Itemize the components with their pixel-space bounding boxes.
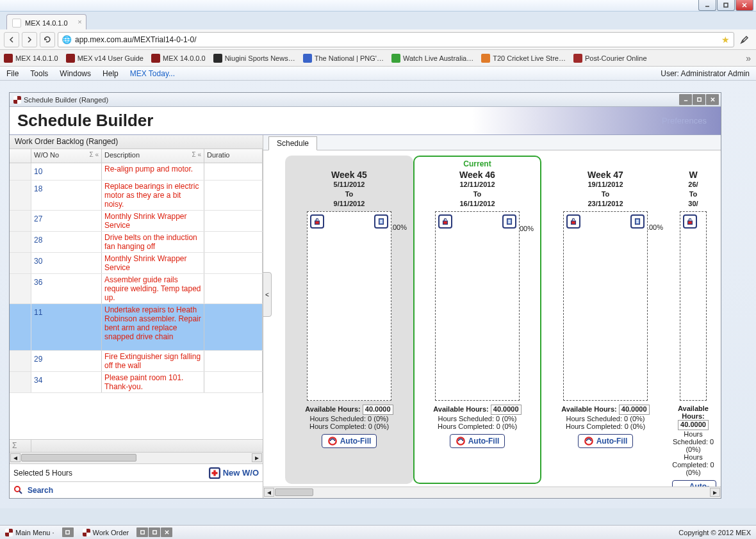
bookmarks-overflow-icon[interactable]: »: [746, 53, 751, 63]
table-row[interactable]: 28Drive belts on the induction fan hangi…: [10, 232, 263, 253]
notes-icon[interactable]: [374, 214, 388, 229]
notes-icon[interactable]: [502, 214, 516, 229]
menu-tools[interactable]: Tools: [30, 69, 48, 78]
unlock-icon[interactable]: [566, 214, 580, 229]
week-drop-area[interactable]: [307, 211, 391, 401]
bookmark-item[interactable]: Watch Live Australia…: [391, 54, 473, 63]
subwindow-titlebar[interactable]: Schedule Builder (Ranged): [10, 93, 721, 107]
taskbar-item-main-menu[interactable]: Main Menu ·: [5, 527, 74, 537]
table-row[interactable]: 29Fire Extinguisher sign falling off the…: [10, 351, 263, 372]
column-header-gutter[interactable]: [10, 149, 31, 163]
schedule-tabs: Schedule: [263, 135, 721, 150]
table-row[interactable]: 34Please paint room 101. Thank-you.: [10, 372, 263, 393]
panel-collapse-handle[interactable]: <: [263, 272, 272, 317]
menu-file[interactable]: File: [6, 69, 19, 78]
scroll-right-arrow[interactable]: ▸: [710, 488, 720, 497]
week-drop-area[interactable]: [680, 211, 707, 401]
column-sort-icon[interactable]: Σ «: [89, 151, 99, 158]
preferences-link[interactable]: Preferences: [662, 116, 707, 125]
address-text: app.mex.com.au/MEXTrial14-0-1-0/: [75, 35, 197, 44]
available-hours-input[interactable]: 40.0000: [363, 405, 393, 415]
taskbar-restore-button[interactable]: [136, 527, 148, 537]
settings-wrench-icon[interactable]: [737, 32, 752, 47]
column-sort-icon[interactable]: Σ «: [192, 151, 201, 158]
backlog-search-row[interactable]: Search: [10, 481, 263, 498]
column-header-wo-no[interactable]: W/O NoΣ «: [31, 149, 102, 163]
week-card[interactable]: W26/To30/Available Hours: 40.0000Hours S…: [670, 156, 717, 484]
menu-mex-today[interactable]: MEX Today...: [130, 69, 175, 78]
new-wo-button[interactable]: New W/O: [209, 467, 259, 479]
week-card[interactable]: Week 4719/11/2012To23/11/2012100%Availab…: [541, 156, 670, 484]
menu-windows[interactable]: Windows: [60, 69, 91, 78]
available-hours-input[interactable]: 40.0000: [678, 420, 709, 430]
taskbar-max-button[interactable]: [149, 527, 160, 537]
bookmark-item[interactable]: MEX 14.0.1.0: [4, 54, 58, 63]
week-card[interactable]: Week 455/11/2012To9/11/2012100%Available…: [285, 156, 413, 484]
table-row[interactable]: 11Undertake repairs to Heath Robinson as…: [10, 304, 263, 351]
forward-button[interactable]: [22, 32, 37, 47]
week-card[interactable]: CurrentWeek 4612/11/2012To16/11/2012100%…: [413, 156, 541, 484]
tab-close-icon[interactable]: ×: [78, 18, 81, 26]
back-button[interactable]: [4, 32, 19, 47]
week-drop-area[interactable]: [563, 211, 648, 401]
bookmark-item[interactable]: The National | PNG'…: [303, 54, 384, 63]
week-percent-label: 100%: [389, 223, 407, 231]
taskbar-item-work-order[interactable]: Work Order: [83, 527, 173, 537]
scroll-left-arrow[interactable]: ◂: [264, 488, 274, 497]
bookmark-item[interactable]: T20 Cricket Live Stre…: [481, 54, 566, 63]
week-nav-prev[interactable]: [267, 156, 285, 484]
site-icon: 🌐: [62, 35, 71, 44]
row-gutter: [10, 351, 31, 371]
available-hours-input[interactable]: 40.0000: [491, 405, 522, 415]
notes-icon[interactable]: [630, 214, 645, 229]
bookmark-item[interactable]: Niugini Sports News…: [213, 54, 295, 63]
scroll-thumb[interactable]: [275, 488, 313, 496]
taskbar-close-button[interactable]: [161, 527, 172, 537]
column-header-duration[interactable]: Duratio: [204, 149, 263, 163]
svg-rect-33: [66, 531, 69, 534]
table-row[interactable]: 10Re-align pump and motor.: [10, 163, 263, 181]
browser-tab[interactable]: MEX 14.0.1.0 ×: [6, 14, 86, 29]
address-bar[interactable]: 🌐 app.mex.com.au/MEXTrial14-0-1-0/ ★: [58, 32, 734, 47]
subwindow-close-button[interactable]: [706, 94, 719, 105]
tab-schedule[interactable]: Schedule: [268, 136, 317, 150]
schedule-horizontal-scrollbar[interactable]: ◂ ▸: [263, 487, 721, 498]
row-gutter: [10, 181, 31, 210]
scroll-right-arrow[interactable]: ▸: [252, 453, 262, 462]
column-header-description[interactable]: DescriptionΣ «: [102, 149, 204, 163]
backlog-horizontal-scrollbar[interactable]: ◂ ▸: [10, 452, 263, 463]
table-row[interactable]: 18Replace bearings in electric motor as …: [10, 181, 263, 211]
table-row[interactable]: 30Monthly Shrink Wrapper Service: [10, 253, 263, 274]
bookmark-star-icon[interactable]: ★: [721, 35, 730, 45]
os-minimize-button[interactable]: [698, 0, 716, 11]
page-header: Schedule Builder Preferences: [10, 107, 721, 135]
reload-button[interactable]: [40, 32, 55, 47]
subwindow-minimize-button[interactable]: [679, 94, 692, 105]
unlock-icon[interactable]: [683, 214, 697, 229]
auto-fill-button[interactable]: Auto-Fill: [450, 434, 505, 448]
scroll-left-arrow[interactable]: ◂: [10, 453, 21, 462]
current-user-label: User: Administrator Admin: [661, 69, 750, 78]
available-hours-row: Available Hours: 40.0000: [288, 405, 411, 415]
os-close-button[interactable]: [735, 0, 753, 11]
week-drop-area[interactable]: [435, 211, 520, 401]
bookmark-item[interactable]: Post-Courier Online: [573, 54, 647, 63]
wo-duration-cell: [204, 253, 263, 273]
taskbar-restore-button[interactable]: [62, 527, 74, 537]
subwindow-maximize-button[interactable]: [693, 94, 705, 105]
available-hours-input[interactable]: 40.0000: [619, 405, 650, 415]
unlock-icon[interactable]: [310, 214, 324, 229]
table-row[interactable]: 27Monthly Shrink Wrapper Service: [10, 211, 263, 232]
row-gutter: [10, 253, 31, 273]
bookmark-item[interactable]: MEX v14 User Guide: [66, 54, 144, 63]
auto-fill-button[interactable]: Auto-Fill: [578, 434, 634, 448]
taskbar-favicon: [83, 529, 90, 536]
menu-help[interactable]: Help: [103, 69, 119, 78]
os-maximize-button[interactable]: [717, 0, 735, 11]
scroll-thumb[interactable]: [21, 454, 136, 462]
table-row[interactable]: 36Assembler guide rails require welding.…: [10, 274, 263, 304]
auto-fill-button[interactable]: Auto-Fill: [672, 480, 716, 487]
bookmark-item[interactable]: MEX 14.0.0.0: [151, 54, 206, 63]
unlock-icon[interactable]: [438, 214, 452, 229]
auto-fill-button[interactable]: Auto-Fill: [322, 434, 377, 448]
